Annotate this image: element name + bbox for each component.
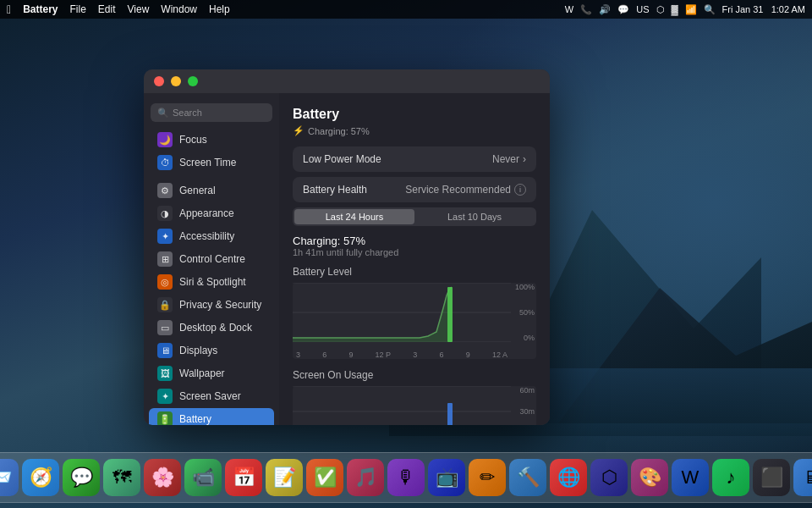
dock-icon-podcasts[interactable]: 🎙 bbox=[387, 459, 425, 496]
battery-icon: 🔋 bbox=[157, 411, 173, 425]
sidebar-item-wallpaper[interactable]: 🖼 Wallpaper bbox=[149, 362, 274, 384]
sidebar-item-desktop-dock[interactable]: ▭ Desktop & Dock bbox=[149, 317, 274, 339]
search-placeholder: Search bbox=[173, 108, 202, 118]
menu-view[interactable]: View bbox=[128, 3, 150, 15]
wallpaper-icon: 🖼 bbox=[157, 366, 173, 381]
battery-health-value: Service Recommended bbox=[405, 184, 511, 196]
screen-on-usage-chart: 60m 30m 0m 3 6 9 12 P 3 6 9 12 A bbox=[293, 386, 536, 425]
y-label-0: 0% bbox=[524, 334, 535, 342]
tab-10d[interactable]: Last 10 Days bbox=[414, 209, 535, 224]
sidebar-item-screen-saver[interactable]: ✦ Screen Saver bbox=[149, 385, 274, 407]
menu-edit[interactable]: Edit bbox=[98, 3, 116, 15]
tab-24h[interactable]: Last 24 Hours bbox=[294, 209, 414, 224]
sidebar-label-control-centre: Control Centre bbox=[179, 253, 245, 265]
menubar-menus: File Edit View Window Help bbox=[69, 3, 229, 15]
window-close-button[interactable] bbox=[154, 76, 164, 86]
charging-bolt-icon: ⚡ bbox=[293, 125, 304, 136]
sidebar-label-desktop-dock: Desktop & Dock bbox=[179, 322, 252, 334]
focus-icon: 🌙 bbox=[157, 132, 173, 147]
dock-icon-xcode[interactable]: 🔨 bbox=[509, 459, 546, 496]
search-bar[interactable]: 🔍 Search bbox=[151, 103, 272, 122]
sidebar-item-screen-time[interactable]: ⏱ Screen Time bbox=[149, 152, 274, 174]
low-power-mode-row: Low Power Mode Never › bbox=[293, 146, 536, 172]
dock-icon-mail[interactable]: 📨 bbox=[0, 459, 19, 496]
general-icon: ⚙ bbox=[157, 183, 173, 198]
sidebar-item-control-centre[interactable]: ⊞ Control Centre bbox=[149, 248, 274, 270]
dock-icon-safari[interactable]: 🧭 bbox=[22, 459, 59, 496]
dock-icon-terminal[interactable]: ⬛ bbox=[753, 459, 790, 496]
charging-label: Charging: 57% bbox=[308, 126, 370, 136]
dock-icon-finder2[interactable]: 🖥 bbox=[793, 459, 812, 496]
sidebar-item-displays[interactable]: 🖥 Displays bbox=[149, 340, 274, 362]
dock-icon-sketch[interactable]: ✏ bbox=[469, 459, 506, 496]
system-settings-window: 🔍 Search 🌙 Focus ⏱ Screen Time ⚙ General… bbox=[144, 69, 550, 425]
sidebar-item-siri[interactable]: ◎ Siri & Spotlight bbox=[149, 271, 274, 293]
screen-usage-svg bbox=[293, 386, 511, 425]
window-maximize-button[interactable] bbox=[188, 76, 198, 86]
battery-level-svg bbox=[293, 283, 511, 342]
menu-window[interactable]: Window bbox=[161, 3, 197, 15]
dock-icon-slack[interactable]: ⬡ bbox=[590, 459, 628, 496]
screen-usage-y-labels: 60m 30m 0m bbox=[511, 386, 536, 425]
x-label-12p: 12 P bbox=[376, 351, 392, 359]
dock-icon-figma[interactable]: 🎨 bbox=[631, 459, 668, 496]
dock-icon-music[interactable]: 🎵 bbox=[347, 459, 384, 496]
dock-icon-reminders[interactable]: ✅ bbox=[306, 459, 343, 496]
sidebar: 🔍 Search 🌙 Focus ⏱ Screen Time ⚙ General… bbox=[144, 93, 279, 425]
charging-time-remaining: 1h 41m until fully charged bbox=[293, 247, 536, 257]
menu-file[interactable]: File bbox=[69, 3, 85, 15]
window-minimize-button[interactable] bbox=[171, 76, 181, 86]
sidebar-label-screen-time: Screen Time bbox=[179, 157, 236, 168]
sidebar-label-siri: Siri & Spotlight bbox=[179, 276, 246, 288]
desktop-dock-icon: ▭ bbox=[157, 320, 173, 335]
battery-main-content: Battery ⚡ Charging: 57% Low Power Mode N… bbox=[279, 93, 550, 425]
screen-usage-plot bbox=[293, 386, 511, 425]
apple-menu[interactable]:  bbox=[7, 3, 11, 16]
menubar-message-icon: 💬 bbox=[617, 4, 629, 15]
dock-icon-facetime[interactable]: 📹 bbox=[184, 459, 222, 496]
dock-icon-maps[interactable]: 🗺 bbox=[103, 459, 140, 496]
svg-rect-8 bbox=[447, 403, 453, 425]
dock-icon-tv[interactable]: 📺 bbox=[428, 459, 465, 496]
menubar-wifi-icon: 📶 bbox=[685, 4, 697, 15]
control-centre-icon: ⊞ bbox=[157, 251, 173, 267]
sidebar-label-wallpaper: Wallpaper bbox=[179, 367, 225, 379]
low-power-mode-value-container[interactable]: Never › bbox=[492, 153, 526, 165]
menubar-search-icon[interactable]: 🔍 bbox=[704, 4, 716, 15]
battery-health-value-container: Service Recommended i bbox=[405, 184, 526, 196]
search-icon: 🔍 bbox=[157, 108, 169, 119]
dock-icon-spotify[interactable]: ♪ bbox=[712, 459, 749, 496]
x-label-6p: 6 bbox=[440, 351, 444, 359]
appearance-icon: ◑ bbox=[157, 206, 173, 221]
sidebar-item-battery[interactable]: 🔋 Battery bbox=[149, 408, 274, 425]
svg-rect-4 bbox=[447, 287, 453, 342]
dock-icon-messages[interactable]: 💬 bbox=[63, 459, 100, 496]
battery-health-label: Battery Health bbox=[303, 184, 367, 196]
dock-icon-calendar[interactable]: 📅 bbox=[225, 459, 262, 496]
sidebar-label-appearance: Appearance bbox=[179, 207, 234, 219]
x-label-3a: 3 bbox=[296, 351, 300, 359]
sidebar-item-appearance[interactable]: ◑ Appearance bbox=[149, 202, 274, 224]
sidebar-item-privacy[interactable]: 🔒 Privacy & Security bbox=[149, 294, 274, 316]
menubar:  Battery File Edit View Window Help W 📞… bbox=[0, 0, 812, 19]
dock-icon-notes[interactable]: 📝 bbox=[266, 459, 303, 496]
battery-level-label: Battery Level bbox=[293, 266, 536, 278]
x-label-3p: 3 bbox=[413, 351, 417, 359]
sidebar-item-general[interactable]: ⚙ General bbox=[149, 179, 274, 202]
sidebar-item-accessibility[interactable]: ✦ Accessibility bbox=[149, 225, 274, 247]
sidebar-label-general: General bbox=[179, 185, 216, 196]
battery-health-row: Battery Health Service Recommended i bbox=[293, 177, 536, 202]
dock-icon-chrome[interactable]: 🌐 bbox=[550, 459, 587, 496]
menu-help[interactable]: Help bbox=[209, 3, 230, 15]
dock-icon-photos[interactable]: 🌸 bbox=[144, 459, 181, 496]
dock-icon-word[interactable]: W bbox=[672, 459, 709, 496]
screen-on-usage-label: Screen On Usage bbox=[293, 369, 536, 381]
sidebar-item-focus[interactable]: 🌙 Focus bbox=[149, 129, 274, 151]
menubar-app-name: Battery bbox=[23, 3, 58, 15]
battery-level-x-labels: 3 6 9 12 P 3 6 9 12 A bbox=[293, 351, 511, 359]
sidebar-label-focus: Focus bbox=[179, 134, 207, 146]
battery-level-section: Battery Level bbox=[293, 266, 536, 359]
info-icon[interactable]: i bbox=[514, 184, 526, 196]
svg-marker-3 bbox=[293, 287, 452, 342]
sidebar-label-accessibility: Accessibility bbox=[179, 230, 234, 242]
